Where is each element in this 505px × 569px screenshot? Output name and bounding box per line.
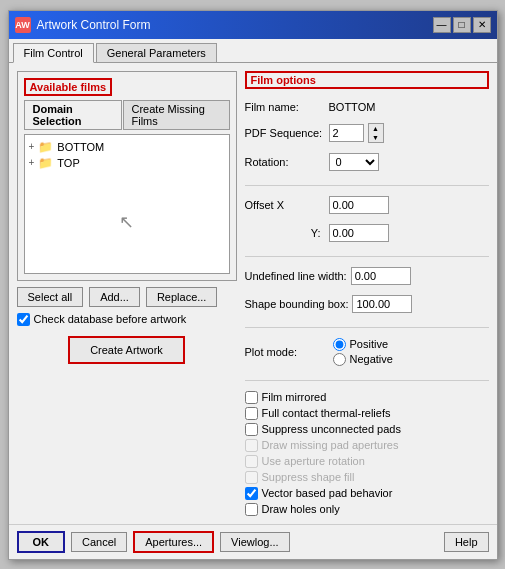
- divider-1: [245, 185, 489, 186]
- tab-domain-selection[interactable]: Domain Selection: [24, 100, 122, 130]
- undefined-line-input[interactable]: [351, 267, 411, 285]
- app-icon: AW: [15, 17, 31, 33]
- shape-bounding-input[interactable]: [352, 295, 412, 313]
- tree-expand-icon: +: [29, 141, 35, 152]
- select-all-button[interactable]: Select all: [17, 287, 84, 307]
- replace-button[interactable]: Replace...: [146, 287, 218, 307]
- use-aperture-checkbox: [245, 455, 258, 468]
- pdf-seq-label: PDF Sequence:: [245, 127, 325, 139]
- offset-x-label: Offset X: [245, 199, 325, 211]
- offset-y-label: Y:: [245, 227, 325, 239]
- tree-item-label: BOTTOM: [57, 141, 104, 153]
- pdf-seq-spinner: ▲ ▼: [368, 123, 384, 143]
- divider-2: [245, 256, 489, 257]
- window-controls: — □ ✕: [433, 17, 491, 33]
- draw-holes-row: Draw holes only: [245, 503, 489, 516]
- check-db-checkbox[interactable]: [17, 313, 30, 326]
- offset-y-input[interactable]: [329, 224, 389, 242]
- add-button[interactable]: Add...: [89, 287, 140, 307]
- folder-icon: 📁: [38, 140, 53, 154]
- suppress-shape-checkbox: [245, 471, 258, 484]
- draw-missing-label: Draw missing pad apertures: [262, 439, 399, 451]
- pdf-seq-down[interactable]: ▼: [369, 133, 383, 142]
- tree-item-top[interactable]: + 📁 TOP: [29, 155, 225, 171]
- plot-positive-radio[interactable]: [333, 338, 346, 351]
- check-db-label: Check database before artwork: [34, 313, 187, 325]
- offset-y-row: Y:: [245, 224, 489, 242]
- divider-4: [245, 380, 489, 381]
- offset-x-input[interactable]: [329, 196, 389, 214]
- film-mirrored-row: Film mirrored: [245, 391, 489, 404]
- pdf-seq-row: PDF Sequence: ▲ ▼: [245, 123, 489, 143]
- film-tree[interactable]: + 📁 BOTTOM + 📁 TOP ↖: [24, 134, 230, 274]
- maximize-button[interactable]: □: [453, 17, 471, 33]
- tree-expand-icon: +: [29, 157, 35, 168]
- tab-create-missing-films[interactable]: Create Missing Films: [123, 100, 230, 130]
- suppress-unconnected-checkbox[interactable]: [245, 423, 258, 436]
- title-bar: AW Artwork Control Form — □ ✕: [9, 11, 497, 39]
- use-aperture-label: Use aperture rotation: [262, 455, 365, 467]
- film-action-buttons: Select all Add... Replace...: [17, 287, 237, 307]
- pdf-seq-input[interactable]: [329, 124, 364, 142]
- plot-mode-row: Plot mode: Positive Negative: [245, 338, 489, 366]
- rotation-label: Rotation:: [245, 156, 325, 168]
- available-films-section: Available films Domain Selection Create …: [17, 71, 237, 281]
- full-contact-row: Full contact thermal-reliefs: [245, 407, 489, 420]
- use-aperture-row: Use aperture rotation: [245, 455, 489, 468]
- film-name-label: Film name:: [245, 101, 325, 113]
- plot-mode-label: Plot mode:: [245, 346, 325, 358]
- draw-holes-label: Draw holes only: [262, 503, 340, 515]
- draw-holes-checkbox[interactable]: [245, 503, 258, 516]
- folder-icon: 📁: [38, 156, 53, 170]
- vector-based-checkbox[interactable]: [245, 487, 258, 500]
- film-name-value: BOTTOM: [329, 101, 376, 113]
- film-mirrored-checkbox[interactable]: [245, 391, 258, 404]
- draw-missing-row: Draw missing pad apertures: [245, 439, 489, 452]
- window-title: Artwork Control Form: [37, 18, 427, 32]
- close-button[interactable]: ✕: [473, 17, 491, 33]
- right-panel: Film options Film name: BOTTOM PDF Seque…: [245, 71, 489, 516]
- tree-item-bottom[interactable]: + 📁 BOTTOM: [29, 139, 225, 155]
- offset-x-row: Offset X: [245, 196, 489, 214]
- plot-negative-radio[interactable]: [333, 353, 346, 366]
- checkbox-section: Film mirrored Full contact thermal-relie…: [245, 391, 489, 516]
- plot-mode-group: Positive Negative: [333, 338, 393, 366]
- main-content: Available films Domain Selection Create …: [9, 63, 497, 524]
- help-button[interactable]: Help: [444, 532, 489, 552]
- apertures-button[interactable]: Apertures...: [133, 531, 214, 553]
- check-db-row: Check database before artwork: [17, 313, 237, 326]
- ok-button[interactable]: OK: [17, 531, 66, 553]
- rotation-select[interactable]: 0 90 180 270: [329, 153, 379, 171]
- main-window: AW Artwork Control Form — □ ✕ Film Contr…: [8, 10, 498, 560]
- suppress-unconnected-row: Suppress unconnected pads: [245, 423, 489, 436]
- viewlog-button[interactable]: Viewlog...: [220, 532, 290, 552]
- undefined-line-row: Undefined line width:: [245, 267, 489, 285]
- full-contact-checkbox[interactable]: [245, 407, 258, 420]
- plot-positive-label: Positive: [350, 338, 389, 350]
- rotation-row: Rotation: 0 90 180 270: [245, 153, 489, 171]
- cancel-button[interactable]: Cancel: [71, 532, 127, 552]
- create-artwork-container: Create Artwork: [17, 336, 237, 364]
- plot-negative-label: Negative: [350, 353, 393, 365]
- pdf-seq-up[interactable]: ▲: [369, 124, 383, 133]
- tab-general-parameters[interactable]: General Parameters: [96, 43, 217, 62]
- film-options-label: Film options: [245, 71, 489, 89]
- full-contact-label: Full contact thermal-reliefs: [262, 407, 391, 419]
- available-films-label: Available films: [24, 78, 113, 96]
- plot-negative-row: Negative: [333, 353, 393, 366]
- plot-positive-row: Positive: [333, 338, 393, 351]
- left-panel: Available films Domain Selection Create …: [17, 71, 237, 516]
- film-mirrored-label: Film mirrored: [262, 391, 327, 403]
- vector-based-row: Vector based pad behavior: [245, 487, 489, 500]
- tab-film-control[interactable]: Film Control: [13, 43, 94, 63]
- suppress-shape-label: Suppress shape fill: [262, 471, 355, 483]
- shape-bounding-label: Shape bounding box:: [245, 298, 349, 310]
- minimize-button[interactable]: —: [433, 17, 451, 33]
- cursor-placeholder: ↖: [29, 211, 225, 233]
- create-artwork-button[interactable]: Create Artwork: [68, 336, 185, 364]
- bottom-bar: OK Cancel Apertures... Viewlog... Help: [9, 524, 497, 559]
- draw-missing-checkbox: [245, 439, 258, 452]
- suppress-unconnected-label: Suppress unconnected pads: [262, 423, 401, 435]
- suppress-shape-row: Suppress shape fill: [245, 471, 489, 484]
- shape-bounding-row: Shape bounding box:: [245, 295, 489, 313]
